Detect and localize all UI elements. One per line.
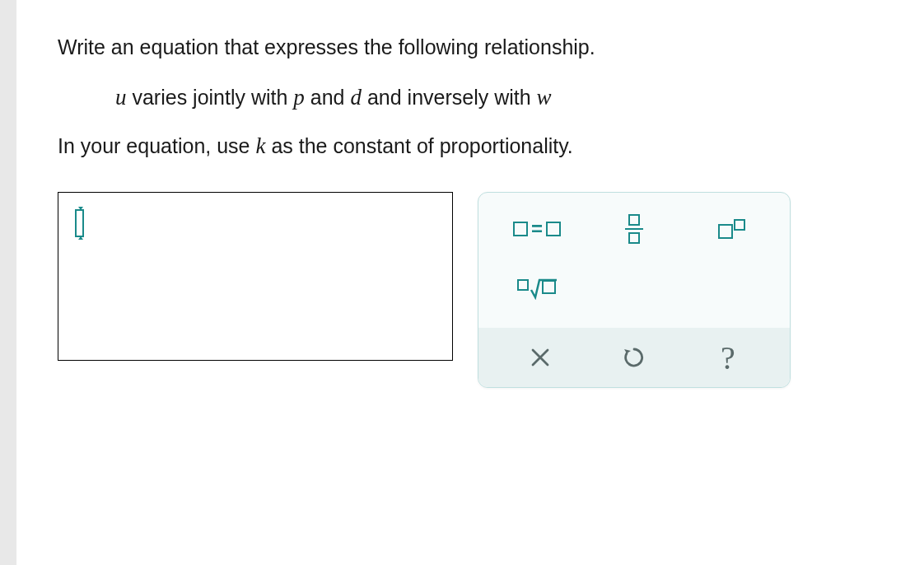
var-w: w [537,85,552,110]
clear-button[interactable] [516,338,565,377]
var-u: u [115,85,127,110]
instruction-pre: In your equation, use [58,134,255,157]
problem-content: Write an equation that expresses the fol… [16,0,924,565]
undo-button[interactable] [609,338,659,377]
var-p: p [293,85,305,110]
fraction-tool-button[interactable] [602,209,666,249]
help-icon: ? [721,339,735,377]
text-part-1: varies jointly with [127,86,294,109]
page-margin [0,0,16,565]
nth-root-tool-button[interactable] [505,268,569,308]
var-d: d [350,85,362,110]
close-icon [530,347,551,368]
help-button[interactable]: ? [703,338,753,377]
instruction: In your equation, use k as the constant … [58,133,883,159]
tools-row-1: = [493,209,775,249]
tools-row-2 [493,268,775,308]
relationship-statement: u varies jointly with p and d and invers… [115,85,883,110]
input-cursor [75,209,84,237]
text-part-3: and inversely with [362,86,537,109]
math-tools-panel: = [478,192,791,388]
equation-input[interactable] [58,192,453,361]
undo-icon [622,345,646,370]
exponent-icon [718,219,745,239]
instruction-post: as the constant of proportionality. [265,134,572,157]
equality-tool-button[interactable]: = [505,209,569,249]
workspace: = [58,192,883,388]
fraction-icon [625,214,643,245]
action-row: ? [478,328,790,387]
equality-icon: = [513,217,561,240]
exponent-tool-button[interactable] [699,209,763,249]
root-icon [517,277,558,300]
var-k: k [255,133,265,158]
text-part-2: and [305,86,351,109]
problem-intro: Write an equation that expresses the fol… [58,33,883,62]
